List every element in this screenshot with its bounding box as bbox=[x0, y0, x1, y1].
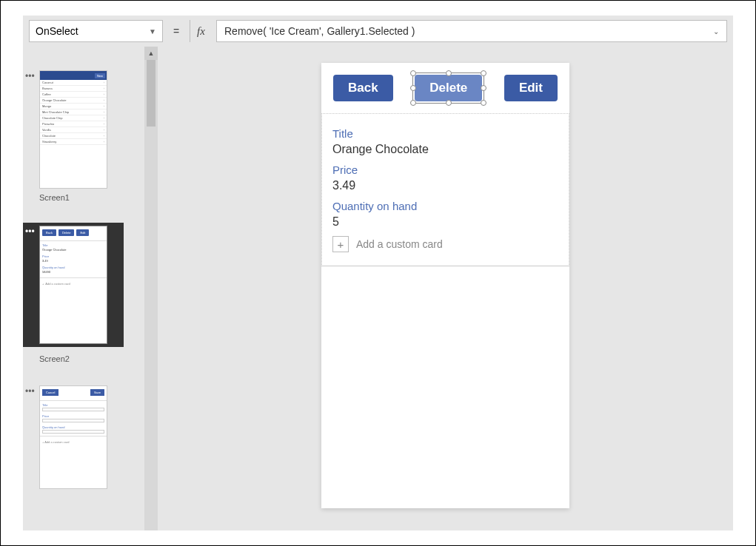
add-custom-card[interactable]: + Add a custom card bbox=[332, 236, 558, 252]
field-qty-value: 5 bbox=[332, 215, 558, 229]
scroll-thumb[interactable] bbox=[147, 60, 155, 127]
scroll-up-icon[interactable]: ▲ bbox=[144, 47, 158, 60]
resize-handle[interactable] bbox=[410, 100, 416, 106]
back-button[interactable]: Back bbox=[333, 75, 393, 101]
formula-text: Remove( 'Ice Cream', Gallery1.Selected ) bbox=[224, 25, 415, 37]
chevron-down-icon[interactable]: ⌄ bbox=[713, 27, 719, 36]
formula-bar: OnSelect ▼ = fx Remove( 'Ice Cream', Gal… bbox=[23, 16, 733, 47]
add-card-label: Add a custom card bbox=[356, 238, 443, 250]
button-bar: Back Delete Edit bbox=[321, 63, 569, 113]
main-area: ••• New Coconut› Banana› Coffee› Orange … bbox=[23, 47, 733, 530]
field-price-label: Price bbox=[332, 164, 558, 176]
thumbnail-screen1[interactable]: ••• New Coconut› Banana› Coffee› Orange … bbox=[23, 70, 124, 202]
delete-button[interactable]: Delete bbox=[415, 75, 482, 101]
thumbnail-label: Screen1 bbox=[39, 193, 124, 202]
resize-handle[interactable] bbox=[446, 100, 452, 106]
property-name: OnSelect bbox=[36, 25, 78, 37]
resize-handle[interactable] bbox=[481, 85, 486, 91]
fx-icon[interactable]: fx bbox=[190, 20, 212, 42]
canvas-area: Back Delete Edit bbox=[158, 47, 733, 530]
thumbnail-screen3[interactable]: ••• Cancel Save Title Price Quantity on … bbox=[23, 385, 124, 489]
field-price-value: 3.49 bbox=[332, 179, 558, 192]
more-icon[interactable]: ••• bbox=[25, 227, 35, 236]
thumbnail-canvas: New Coconut› Banana› Coffee› Orange Choc… bbox=[39, 70, 107, 189]
resize-handle[interactable] bbox=[446, 70, 452, 76]
scrollbar[interactable]: ▲ bbox=[144, 47, 158, 530]
more-icon[interactable]: ••• bbox=[25, 72, 35, 81]
thumbnail-canvas: Cancel Save Title Price Quantity on hand… bbox=[39, 385, 107, 489]
selection-outline bbox=[412, 73, 484, 104]
thumbnail-panel: ••• New Coconut› Banana› Coffee› Orange … bbox=[23, 47, 124, 530]
resize-handle[interactable] bbox=[410, 85, 416, 91]
thumbnail-label: Screen2 bbox=[39, 354, 124, 363]
plus-icon: + bbox=[332, 236, 349, 252]
chevron-down-icon: ▼ bbox=[149, 27, 156, 36]
field-qty-label: Quantity on hand bbox=[332, 200, 558, 212]
phone-preview: Back Delete Edit bbox=[321, 63, 569, 508]
more-icon[interactable]: ••• bbox=[25, 387, 35, 396]
field-title-value: Orange Chocolate bbox=[332, 143, 558, 156]
display-form[interactable]: Title Orange Chocolate Price 3.49 Quanti… bbox=[321, 113, 569, 266]
resize-handle[interactable] bbox=[481, 70, 486, 76]
field-title-label: Title bbox=[332, 127, 558, 140]
thumbnail-screen2[interactable]: ••• Back Delete Edit Title Orange Chocol… bbox=[23, 223, 124, 347]
new-button: New bbox=[95, 73, 105, 78]
formula-input[interactable]: Remove( 'Ice Cream', Gallery1.Selected )… bbox=[216, 20, 727, 42]
resize-handle[interactable] bbox=[410, 70, 416, 76]
edit-button[interactable]: Edit bbox=[504, 75, 558, 101]
property-select[interactable]: OnSelect ▼ bbox=[29, 20, 163, 42]
equals-icon: = bbox=[167, 20, 185, 42]
spacer bbox=[124, 47, 144, 530]
thumbnail-canvas: Back Delete Edit Title Orange Chocolate … bbox=[39, 226, 107, 344]
resize-handle[interactable] bbox=[481, 100, 486, 106]
